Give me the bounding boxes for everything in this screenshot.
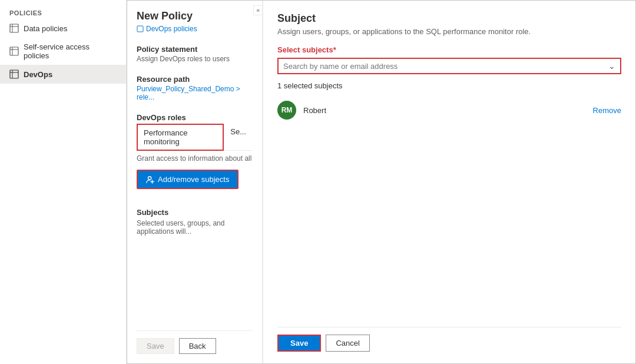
sidebar-item-devops[interactable]: DevOps [0, 65, 126, 84]
role-desc: Grant access to information about all [137, 154, 253, 163]
chevron-down-icon[interactable]: ⌄ [608, 61, 615, 71]
policy-footer: Save Back [137, 330, 253, 354]
selected-count: 1 selected subjects [277, 81, 621, 90]
search-input[interactable] [283, 62, 608, 71]
breadcrumb-icon [137, 25, 144, 32]
tab-performance-monitoring[interactable]: Performance monitoring [137, 124, 224, 151]
required-marker: * [333, 45, 336, 54]
remove-subject-button[interactable]: Remove [593, 106, 621, 115]
devops-icon [9, 70, 19, 79]
statement-desc: Assign DevOps roles to users [137, 55, 253, 63]
svg-rect-3 [10, 47, 18, 55]
policy-panel: « New Policy DevOps policies Policy stat… [127, 1, 263, 363]
subjects-title: Subjects [137, 208, 253, 217]
svg-rect-6 [10, 70, 18, 78]
policy-save-button: Save [137, 338, 174, 354]
search-container: ⌄ [277, 58, 621, 74]
collapse-button[interactable]: « [253, 5, 263, 15]
devops-roles-section: DevOps roles Performance monitoring Se..… [137, 113, 253, 189]
svg-rect-9 [137, 26, 143, 32]
policy-title: New Policy [137, 10, 253, 22]
subject-panel: Subject Assign users, groups, or applica… [263, 1, 635, 363]
sidebar-item-label: Data policies [24, 24, 67, 33]
select-subjects-label: Select subjects* [277, 45, 621, 54]
subject-item: RM Robert Remove [277, 97, 621, 123]
policy-back-button[interactable]: Back [179, 338, 216, 354]
resource-path-section: Resource path Purview_Policy_Shared_Demo… [137, 75, 253, 101]
sidebar-item-label: Self-service access policies [24, 42, 117, 60]
svg-rect-0 [10, 24, 18, 32]
add-remove-subjects-button[interactable]: Add/remove subjects [137, 170, 238, 189]
subjects-desc: Selected users, groups, and applications… [137, 219, 253, 236]
svg-point-10 [148, 176, 151, 179]
sidebar-heading: Policies [0, 5, 126, 19]
statement-label: Policy statement [137, 45, 253, 54]
add-person-icon [146, 176, 154, 184]
sidebar: Policies Data policies Self-service acce… [0, 0, 127, 364]
resource-path: Purview_Policy_Shared_Demo > rele... [137, 85, 253, 101]
roles-label: DevOps roles [137, 113, 253, 122]
policy-breadcrumb[interactable]: DevOps policies [137, 25, 253, 33]
sidebar-item-label: DevOps [24, 70, 52, 79]
resource-label: Resource path [137, 75, 253, 84]
self-service-icon [9, 47, 19, 56]
sidebar-item-self-service[interactable]: Self-service access policies [0, 38, 126, 65]
avatar: RM [277, 101, 296, 120]
roles-tab-container: Performance monitoring Se... [137, 123, 253, 151]
subject-cancel-button[interactable]: Cancel [326, 335, 369, 352]
policy-statement-section: Policy statement Assign DevOps roles to … [137, 45, 253, 63]
data-policies-icon [9, 24, 19, 33]
subject-footer: Save Cancel [277, 327, 621, 352]
subject-title: Subject [277, 12, 621, 25]
new-policy-section: New Policy DevOps policies [137, 10, 253, 33]
subject-name: Robert [303, 106, 586, 115]
subjects-section: Subjects Selected users, groups, and app… [137, 208, 253, 236]
subject-subtitle: Assign users, groups, or applications to… [277, 27, 621, 36]
subject-save-button[interactable]: Save [277, 335, 321, 352]
main-area: « New Policy DevOps policies Policy stat… [127, 0, 636, 364]
sidebar-item-data-policies[interactable]: Data policies [0, 19, 126, 38]
tab-security[interactable]: Se... [224, 123, 253, 150]
